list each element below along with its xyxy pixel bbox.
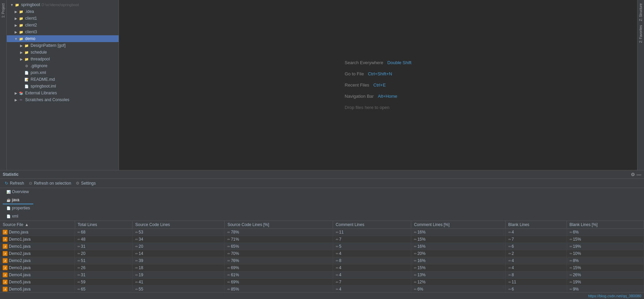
cell-value: 8	[339, 258, 342, 263]
cell-total_lines: ✏65	[75, 286, 133, 293]
cell-source_file: J Demo5.java	[0, 279, 75, 285]
settings-button[interactable]: ⚙ Settings	[74, 180, 97, 186]
folder-icon: 📁	[24, 56, 29, 62]
tree-item-pomxml[interactable]: 📄 pom.xml	[7, 69, 119, 76]
refresh-on-selection-button[interactable]: ⊙ Refresh on selection	[27, 180, 72, 186]
table-wrapper[interactable]: Source File▲Total LinesSource Code Lines…	[0, 221, 644, 292]
tree-item-scratches[interactable]: ▶ ✏ Scratches and Consoles	[7, 96, 119, 103]
folder-icon: 📁	[18, 29, 24, 35]
tree-item-extlibs[interactable]: ▶ 📚 External Libraries	[7, 90, 119, 96]
lib-icon: 📚	[18, 90, 24, 96]
table-row[interactable]: J Demo1.java✏31✏20✏65%✏5✏16%✏6✏19%	[0, 243, 644, 250]
col-header-source_code_lines_pct[interactable]: Source Code Lines [%]	[225, 221, 333, 229]
tab-icon-xml: 📄	[6, 214, 11, 219]
cell-value: 31	[81, 244, 85, 249]
cell-blank_lines_pct: ✏26%	[567, 272, 644, 279]
settings-gear-icon[interactable]: ⚙	[631, 172, 635, 177]
col-header-comment_lines[interactable]: Comment Lines	[333, 221, 411, 229]
pencil-icon: ✏	[77, 287, 80, 291]
table-row[interactable]: J Demo2.java✏51✏39✏76%✏8✏16%✏4✏8%	[0, 257, 644, 264]
tree-item-client1[interactable]: ▶ 📁 client1	[7, 15, 119, 22]
pencil-icon: ✏	[135, 273, 138, 277]
col-header-source_code_lines[interactable]: Source Code Lines	[133, 221, 225, 229]
hint-navbar-label: Navigation Bar	[345, 94, 373, 99]
col-header-total_lines[interactable]: Total Lines	[75, 221, 133, 229]
cell-value: 4	[339, 287, 342, 292]
pencil-icon: ✏	[414, 259, 417, 263]
tree-item-springbootiml[interactable]: 📄 springboot.iml	[7, 83, 119, 90]
vtab-project[interactable]: 1: Project	[1, 1, 6, 20]
cell-blank_lines: ✏2	[505, 250, 567, 257]
file-name: Demo5.java	[9, 280, 31, 284]
pencil-icon: ✏	[77, 259, 80, 263]
cell-source_code_lines_pct: ✏85%	[225, 286, 333, 293]
cell-comment_lines_pct: ✏15%	[411, 236, 505, 243]
tree-item-idea[interactable]: ▶ 📁 .idea	[7, 8, 119, 15]
table-row[interactable]: J Demo2.java✏20✏14✏70%✏4✏20%✏2✏10%	[0, 250, 644, 257]
folder-icon: 📁	[18, 16, 24, 21]
pencil-icon: ✏	[508, 259, 511, 263]
cell-value: 11	[339, 230, 344, 235]
tab-java[interactable]: ☕ java	[3, 196, 33, 204]
pencil-icon: ✏	[77, 252, 80, 256]
table-row[interactable]: J Demo1.java✏48✏34✏71%✏7✏15%✏7✏15%	[0, 236, 644, 243]
hint-navbar: Navigation Bar Alt+Home	[345, 94, 411, 99]
tree-item-schedule[interactable]: ▶ 📁 schedule	[7, 49, 119, 56]
hint-search: Search Everywhere Double Shift	[345, 60, 411, 65]
cell-value: 13%	[417, 273, 425, 277]
tree-item-client2[interactable]: ▶ 📁 client2	[7, 22, 119, 29]
tab-icon-overview: 📊	[6, 189, 11, 194]
minimize-icon[interactable]: —	[637, 172, 641, 177]
iml-icon: 📄	[24, 83, 29, 89]
tree-arrow: ▶	[14, 91, 18, 95]
pencil-icon: ✏	[135, 280, 138, 284]
cell-blank_lines: ✏4	[505, 264, 567, 272]
refresh-selection-label: Refresh on selection	[34, 181, 71, 186]
tab-overview[interactable]: 📊 Overview	[3, 188, 33, 196]
cell-comment_lines_pct: ✏6%	[411, 286, 505, 293]
tree-root[interactable]: ▼ 📁 springboot D:\xc\demo\springboot	[7, 1, 119, 8]
cell-value: 20	[81, 251, 85, 256]
table-row[interactable]: J Demo3.java✏26✏18✏69%✏4✏15%✏4✏15%	[0, 264, 644, 272]
tree-item-demo[interactable]: ▼ 📁 demo	[7, 35, 119, 42]
tree-item-client3[interactable]: ▶ 📁 client3	[7, 29, 119, 35]
right-vtab-bar: Z: Structure 2: Favorites	[637, 0, 644, 170]
col-header-blank_lines[interactable]: Blank Lines	[505, 221, 567, 229]
pencil-icon: ✏	[135, 238, 138, 241]
tree-item-label: client3	[25, 30, 37, 34]
status-link[interactable]: https://blog.csdn.net/qq_380080	[588, 294, 641, 298]
pencil-icon: ✏	[336, 280, 338, 284]
tree-item-label: DesignPattern [gof]	[31, 43, 66, 48]
table-row[interactable]: J Demo4.java✏31✏19✏61%✏4✏13%✏8✏26%	[0, 272, 644, 279]
cell-blank_lines: ✏6	[505, 243, 567, 250]
tree-item-designpattern[interactable]: ▶ 📁 DesignPattern [gof]	[7, 42, 119, 49]
cell-comment_lines: ✏8	[333, 257, 411, 264]
tree-item-threadpool[interactable]: ▶ 📁 threadpool	[7, 56, 119, 62]
tree-root-arrow: ▼	[10, 3, 14, 7]
tab-properties[interactable]: 📄 properties	[3, 204, 33, 212]
tree-item-gitignore[interactable]: ⚙ .gitignore	[7, 62, 119, 69]
col-header-comment_lines_pct[interactable]: Comment Lines [%]	[411, 221, 505, 229]
cell-value: 16%	[417, 244, 425, 249]
vtab-favorites[interactable]: 2: Favorites	[638, 23, 643, 45]
tree-arrow: ▼	[14, 37, 18, 41]
col-header-blank_lines_pct[interactable]: Blank Lines [%]	[567, 221, 644, 229]
table-row[interactable]: J Demo6.java✏65✏55✏85%✏4✏6%✏6✏9%	[0, 286, 644, 293]
cell-value: 31	[81, 273, 85, 277]
hint-area: Search Everywhere Double Shift Go to Fil…	[345, 60, 411, 110]
table-row[interactable]: J Demo5.java✏59✏41✏69%✏7✏12%✏11✏19%	[0, 279, 644, 286]
refresh-button[interactable]: ↻ Refresh	[3, 180, 25, 186]
vtab-structure[interactable]: Z: Structure	[638, 1, 643, 23]
tab-xml[interactable]: 📄 xml	[3, 212, 33, 221]
tree-arrow: ▶	[19, 51, 24, 54]
cell-source_code_lines: ✏18	[133, 264, 225, 272]
cell-value: 4	[512, 258, 514, 263]
tab-label-xml: xml	[12, 214, 18, 219]
tree-item-readme[interactable]: 📝 README.md	[7, 76, 119, 83]
file-name: Demo1.java	[9, 237, 31, 242]
cell-blank_lines: ✏8	[505, 272, 567, 279]
table-row[interactable]: J Demo.java✏68✏53✏78%✏11✏16%✏4✏6%	[0, 229, 644, 236]
col-header-source_file[interactable]: Source File▲	[0, 221, 75, 229]
cell-value: 4	[339, 251, 342, 256]
cell-blank_lines: ✏4	[505, 229, 567, 236]
